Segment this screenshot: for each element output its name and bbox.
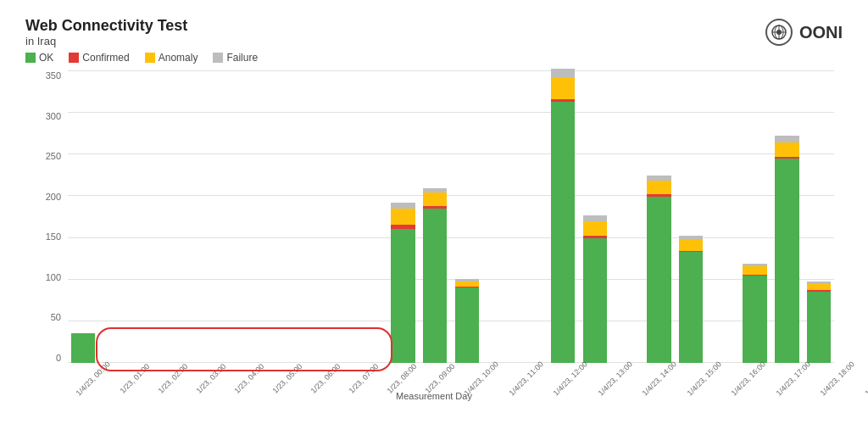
bar-group xyxy=(388,70,419,363)
y-label: 100 xyxy=(25,272,66,282)
x-label: 1/4/23, 18:00 xyxy=(819,360,856,397)
y-label: 50 xyxy=(25,312,66,322)
x-label-group: 1/4/23, 19:00 xyxy=(857,372,868,384)
bar-segment-anomaly xyxy=(679,240,704,251)
bar-group xyxy=(292,70,322,363)
chart-area: 050100150200250300350 1/4/23, 00:001/23,… xyxy=(25,70,843,401)
legend-label-failure: Failure xyxy=(226,52,258,64)
x-label: 1/4/23, 11:00 xyxy=(507,360,544,397)
bar-group xyxy=(644,70,675,363)
bar-segment-ok xyxy=(455,287,480,363)
x-label: 1/4/23, 19:00 xyxy=(864,360,868,397)
bar-stack xyxy=(391,203,415,363)
bar-group xyxy=(804,70,834,363)
bar-segment-ok xyxy=(551,102,576,363)
bar-group xyxy=(452,70,482,363)
bar-group xyxy=(740,70,771,363)
x-label-group: 1/4/23, 11:00 xyxy=(501,372,546,384)
bar-group xyxy=(356,70,387,363)
legend-color-confirmed xyxy=(69,53,79,63)
bar-stack xyxy=(583,215,608,363)
x-label: 1/23, 01:00 xyxy=(118,362,151,395)
x-label: 1/4/23, 16:00 xyxy=(730,360,767,397)
x-label: 1/23, 05:00 xyxy=(270,362,303,395)
bar-segment-failure xyxy=(583,215,608,221)
bar-segment-anomaly xyxy=(775,142,799,157)
legend-item-ok: OK xyxy=(25,52,53,64)
bars-container xyxy=(68,70,834,363)
bar-group xyxy=(580,70,610,363)
x-label-group: 1/23, 08:00 xyxy=(380,372,418,384)
chart-legend: OKConfirmedAnomalyFailure xyxy=(25,52,843,64)
x-label: 1/4/23, 00:00 xyxy=(75,360,112,397)
bar-stack xyxy=(775,136,799,363)
x-label-group: 1/4/23, 00:00 xyxy=(68,372,113,384)
bar-stack xyxy=(551,69,576,363)
x-label: 1/23, 06:00 xyxy=(309,362,342,395)
x-label-group: 1/23, 07:00 xyxy=(342,372,380,384)
y-label: 350 xyxy=(25,70,66,81)
x-label-group: 1/23, 04:00 xyxy=(227,372,265,384)
bar-segment-anomaly xyxy=(551,77,576,99)
bar-segment-ok xyxy=(583,238,608,363)
y-label: 300 xyxy=(25,111,66,121)
bar-stack xyxy=(679,236,704,363)
x-label-group: 1/23, 05:00 xyxy=(265,372,303,384)
x-label: 1/4/23, 17:00 xyxy=(774,360,811,397)
legend-label-ok: OK xyxy=(39,52,53,64)
bar-segment-anomaly xyxy=(807,284,832,290)
bar-stack xyxy=(743,264,767,363)
page-container: Web Connectivity Test in Iraq OKConfirme… xyxy=(0,0,868,435)
x-label-group: 1/4/23, 16:00 xyxy=(723,372,768,384)
bar-segment-anomaly xyxy=(423,192,448,207)
bar-segment-anomaly xyxy=(647,181,671,195)
x-label-group: 1/23, 03:00 xyxy=(189,372,227,384)
bar-group xyxy=(324,70,354,363)
x-label-group: 1/23, 02:00 xyxy=(151,372,189,384)
bar-segment-ok xyxy=(743,276,767,363)
bar-stack xyxy=(807,282,832,363)
x-label-group: 1/4/23, 10:00 xyxy=(456,372,501,384)
y-label: 200 xyxy=(25,192,66,202)
legend-color-anomaly xyxy=(145,53,155,63)
bar-segment-ok xyxy=(423,209,448,363)
x-axis: 1/4/23, 00:001/23, 01:001/23, 02:001/23,… xyxy=(68,372,834,384)
x-label: 1/23, 02:00 xyxy=(156,362,189,395)
bar-segment-anomaly xyxy=(583,221,608,236)
legend-item-anomaly: Anomaly xyxy=(145,52,198,64)
bar-group xyxy=(68,70,98,363)
y-axis: 050100150200250300350 xyxy=(25,70,66,363)
ooni-logo-text: OONI xyxy=(799,23,843,42)
bar-group xyxy=(196,70,226,363)
bar-segment-anomaly xyxy=(391,209,415,225)
bar-group xyxy=(260,70,291,363)
bar-group xyxy=(772,70,803,363)
chart-title: Web Connectivity Test xyxy=(25,17,843,35)
x-label-group: 1/4/23, 15:00 xyxy=(679,372,724,384)
bar-group xyxy=(676,70,706,363)
x-label: 1/23, 03:00 xyxy=(194,362,227,395)
bar-segment-ok xyxy=(807,292,832,363)
bar-group xyxy=(132,70,163,363)
ooni-logo: OONI xyxy=(765,19,843,46)
x-label: 1/4/23, 14:00 xyxy=(641,360,678,397)
bar-segment-ok xyxy=(71,333,96,363)
legend-label-confirmed: Confirmed xyxy=(82,52,129,64)
bar-segment-anomaly xyxy=(743,266,767,274)
chart-subtitle: in Iraq xyxy=(25,35,843,47)
bar-stack xyxy=(71,333,96,363)
x-label-group: 1/4/23, 14:00 xyxy=(634,372,679,384)
x-label: 1/4/23, 15:00 xyxy=(685,360,722,397)
bar-segment-failure xyxy=(775,136,799,142)
x-label-group: 1/23, 06:00 xyxy=(303,372,342,384)
bar-group xyxy=(516,70,547,363)
ooni-logo-icon xyxy=(765,19,793,46)
chart-header: Web Connectivity Test in Iraq OKConfirme… xyxy=(25,17,843,64)
bar-group xyxy=(484,70,515,363)
y-label: 150 xyxy=(25,231,66,242)
x-label-group: 1/4/23, 13:00 xyxy=(590,372,635,384)
bar-stack xyxy=(455,279,480,363)
x-label: 1/23, 07:00 xyxy=(347,362,380,395)
bar-segment-ok xyxy=(679,252,704,363)
bar-group xyxy=(548,70,578,363)
